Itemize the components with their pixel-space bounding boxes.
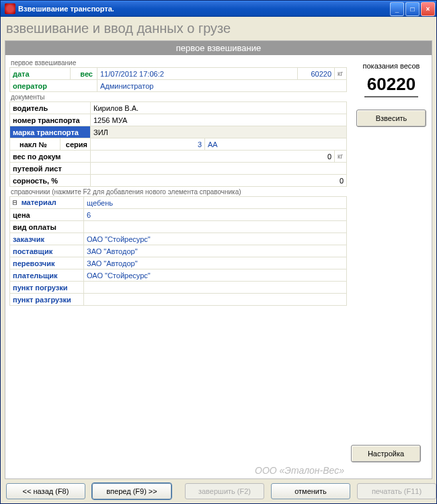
driver-label: водитель [10,102,91,114]
customer-value[interactable]: ОАО "Стойресурс" [84,233,347,245]
nakl-value[interactable]: 3 [91,138,205,151]
payer-label: плательщик [10,269,84,282]
sornost-label: сорность, % [10,175,91,187]
watermark: ООО «Эталон-Вес» [255,465,344,476]
price-value[interactable]: 6 [84,209,347,221]
group-documents: документы [11,93,347,101]
route-value[interactable] [91,163,347,175]
operator-label: оператор [10,80,97,92]
transport-brand-label: марка транспорта [10,126,91,138]
scale-label: показания весов [363,62,420,70]
banner: первое взвешивание [5,41,432,55]
customer-label: заказчик [10,233,84,245]
maximize-button[interactable]: □ [405,2,420,16]
carrier-value[interactable]: ЗАО "Автодор" [84,257,347,269]
page-title: взвешивание и ввод данных о грузе [6,21,432,36]
series-label: серия [61,138,91,151]
close-button[interactable]: × [421,2,435,16]
nakl-label: накл № [10,138,61,151]
settings-button[interactable]: Настройка [351,445,421,462]
finish-button: завершить (F2) [185,483,264,499]
minimize-button[interactable]: _ [390,2,404,16]
main-panel: первое взвешивание первое взвешивание да… [5,40,432,479]
series-value[interactable]: AA [205,138,347,151]
supplier-value[interactable]: ЗАО "Автодор" [84,245,347,257]
sidebar: показания весов 60220 Взвесить Настройка [351,55,432,478]
app-window: Взвешивание транспорта. _ □ × взвешивани… [0,0,437,504]
window-title: Взвешивание транспорта. [18,5,389,13]
cancel-button[interactable]: отменить [271,483,350,499]
transport-number-label: номер транспорта [10,114,91,126]
carrier-label: перевозчик [10,257,84,269]
price-label: цена [10,209,84,221]
group-first-weighing: первое взвешивание [11,59,347,67]
weight-unit: кг [335,68,347,80]
back-button[interactable]: << назад (F8) [6,483,85,499]
forward-button[interactable]: вперед (F9) >> [92,483,171,499]
grid-first-weighing: дата вес 11/07/2012 17:06:2 60220 кг опе… [9,67,347,92]
load-point-value[interactable] [84,282,347,294]
route-label: путевой лист [10,163,91,175]
date-label: дата [10,68,71,80]
collapse-icon[interactable]: ⊟ [13,198,17,207]
supplier-label: поставщик [10,245,84,257]
unload-point-value[interactable] [84,294,347,306]
unload-point-label: пункт разгрузки [10,294,84,306]
weigh-button[interactable]: Взвесить [356,110,426,127]
scale-value: 60220 [364,74,418,97]
weight-label: вес [71,68,97,80]
transport-brand-value[interactable]: ЗИЛ [91,126,347,138]
operator-value[interactable]: Администратор [97,80,347,92]
form-area: первое взвешивание дата вес 11/07/2012 1… [5,55,351,478]
material-value[interactable]: щебень [84,197,347,209]
grid-directories: ⊟материал щебень цена 6 вид оплаты за [9,196,347,306]
sornost-value[interactable]: 0 [91,175,347,187]
print-button: печатать (F11) [357,483,436,499]
app-icon [5,3,15,14]
driver-value[interactable]: Кирилов В.А. [91,102,347,114]
client-area: взвешивание и ввод данных о грузе первое… [1,17,436,503]
doc-weight-value[interactable]: 0 [91,151,335,163]
material-label[interactable]: ⊟материал [10,197,84,209]
footer: << назад (F8) вперед (F9) >> завершить (… [5,479,432,501]
group-directories: справочники (нажмите F2 для добавления н… [11,188,347,196]
load-point-label: пункт погрузки [10,282,84,294]
pay-type-label: вид оплаты [10,221,84,233]
weight-value: 60220 [298,68,335,80]
transport-number-value[interactable]: 1256 МУА [91,114,347,126]
grid-documents: водитель Кирилов В.А. номер транспорта 1… [9,101,347,187]
doc-weight-unit: кг [335,151,347,163]
payer-value[interactable]: ОАО "Стойресурс" [84,269,347,282]
titlebar: Взвешивание транспорта. _ □ × [1,1,436,17]
date-value[interactable]: 11/07/2012 17:06:2 [97,68,298,80]
doc-weight-label: вес по докум [10,151,91,163]
pay-type-value[interactable] [84,221,347,233]
